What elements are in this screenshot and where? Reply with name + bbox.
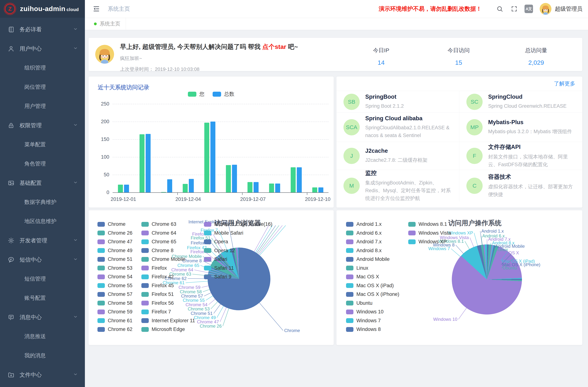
- collapse-sidebar-icon[interactable]: [93, 5, 100, 13]
- sidebar-item-岗位管理[interactable]: 岗位管理: [0, 78, 85, 97]
- sidebar-item-用户管理[interactable]: 用户管理: [0, 97, 85, 116]
- pie-callout-Ubuntu: Ubuntu: [503, 265, 517, 271]
- sidebar-item-文件中心[interactable]: 文件中心: [0, 365, 85, 385]
- legend-swatch: [346, 327, 354, 332]
- gear-icon: [8, 237, 20, 244]
- legend-item-Firefox 45[interactable]: Firefox 45: [141, 281, 195, 290]
- legend-item-Chrome 57[interactable]: Chrome 57: [97, 290, 132, 299]
- sidebar-item-账号配置[interactable]: 账号配置: [0, 288, 85, 308]
- pie-callout-Mac OS X: Mac OS X: [499, 250, 519, 255]
- sidebar-item-菜单配置[interactable]: 菜单配置: [0, 135, 85, 154]
- legend-item-Chrome 63[interactable]: Chrome 63: [141, 220, 195, 229]
- legend-item-Chrome 51[interactable]: Chrome 51: [97, 255, 132, 264]
- legend-item-您[interactable]: 您: [188, 91, 205, 98]
- legend-item-Android 6.x[interactable]: Android 6.x: [346, 229, 399, 238]
- legend-item-Opera[interactable]: Opera: [204, 237, 273, 246]
- legend-item-Linux[interactable]: Linux: [346, 264, 399, 273]
- tab-active-dot: [94, 22, 97, 25]
- sidebar-item-权限管理[interactable]: 权限管理: [0, 116, 85, 135]
- legend-item-Windows 10[interactable]: Windows 10: [346, 307, 399, 316]
- legend-item-Chrome 61[interactable]: Chrome 61: [97, 316, 132, 325]
- username[interactable]: 超级管理员: [555, 5, 583, 13]
- chevron-down-icon: [73, 257, 78, 262]
- sidebar-item-消息中心[interactable]: 消息中心: [0, 308, 85, 327]
- sidebar-item-组织管理[interactable]: 组织管理: [0, 58, 85, 78]
- gridline: [113, 139, 329, 140]
- tab-home[interactable]: 系统主页: [89, 18, 126, 30]
- sidebar-item-角色管理[interactable]: 角色管理: [0, 154, 85, 173]
- legend-item-Android 8.x[interactable]: Android 8.x: [346, 246, 399, 255]
- pie-callout-Windows XP: Windows XP: [448, 230, 473, 236]
- learn-more-link[interactable]: 了解更多: [554, 80, 575, 87]
- legend-label: Chrome 64: [152, 230, 176, 236]
- sidebar-item-基础配置[interactable]: 基础配置: [0, 173, 85, 193]
- legend-item-Chrome 62[interactable]: Chrome 62: [97, 325, 132, 334]
- sidebar-item-用户中心[interactable]: 用户中心: [0, 39, 85, 58]
- sidebar-item-label: 短信中心: [20, 256, 42, 264]
- legend-item-Ubuntu[interactable]: Ubuntu: [346, 299, 399, 308]
- legend-item-Windows 8.1[interactable]: Windows 8.1: [408, 220, 451, 229]
- legend-item-Firefox 56[interactable]: Firefox 56: [141, 299, 195, 308]
- legend-item-Opera 12[interactable]: Opera 12: [204, 246, 273, 255]
- legend-item-Firefox 51[interactable]: Firefox 51: [141, 290, 195, 299]
- legend-item-Chrome 54[interactable]: Chrome 54: [97, 272, 132, 281]
- legend-item-Windows 7[interactable]: Windows 7: [346, 316, 399, 325]
- legend-item-Firefox[interactable]: Firefox: [141, 264, 195, 273]
- sidebar-item-消息推送[interactable]: 消息推送: [0, 327, 85, 346]
- sidebar-item-地区信息维护[interactable]: 地区信息维护: [0, 212, 85, 231]
- language-switch-icon[interactable]: A文: [525, 5, 533, 13]
- legend-item-Mobile Safari[interactable]: Mobile Safari: [204, 229, 273, 238]
- legend-item-Android Mobile[interactable]: Android Mobile: [346, 255, 399, 264]
- user-avatar[interactable]: [540, 3, 551, 15]
- legend-item-Chrome 8[interactable]: Chrome 8: [141, 246, 195, 255]
- stat-label: 今日访问: [420, 47, 497, 54]
- legend-item-Safari 9[interactable]: Safari 9: [204, 272, 273, 281]
- legend-item-Windows Vista[interactable]: Windows Vista: [408, 229, 451, 238]
- tech-item-Spring Cloud alibaba: SCASpring Cloud alibabaSpringCloudAlibab…: [336, 113, 459, 142]
- chevron-down-icon: [73, 372, 78, 378]
- legend-item-Chrome Mobile[interactable]: Chrome Mobile: [141, 255, 195, 264]
- legend-item-Chrome 59[interactable]: Chrome 59: [97, 307, 132, 316]
- tech-title: SpringBoot: [365, 94, 404, 100]
- fullscreen-icon[interactable]: [510, 5, 518, 13]
- legend-label: Chrome 59: [108, 309, 132, 315]
- legend-item-Chrome 58[interactable]: Chrome 58: [97, 299, 132, 308]
- legend-item-Safari 11[interactable]: Safari 11: [204, 264, 273, 273]
- legend-item-Safari[interactable]: Safari: [204, 255, 273, 264]
- legend-item-Windows XP[interactable]: Windows XP: [408, 237, 451, 246]
- legend-item-Chrome 53[interactable]: Chrome 53: [97, 264, 132, 273]
- legend-item-Microsoft Edge[interactable]: Microsoft Edge: [141, 325, 195, 334]
- sidebar-item-开发者管理[interactable]: 开发者管理: [0, 231, 85, 250]
- star-link[interactable]: 点个star: [262, 43, 286, 50]
- bar-您-2019-12-07: [248, 182, 252, 193]
- legend-swatch: [346, 301, 354, 306]
- legend-item-Mac OS X (iPad)[interactable]: Mac OS X (iPad): [346, 281, 399, 290]
- sidebar-item-务必详看[interactable]: 务必详看: [0, 20, 85, 39]
- sidebar-item-数据字典维护[interactable]: 数据字典维护: [0, 193, 85, 212]
- sidebar-item-短信中心[interactable]: 短信中心: [0, 250, 85, 269]
- legend-item-Chrome 64[interactable]: Chrome 64: [141, 229, 195, 238]
- legend-item-Android 1.x[interactable]: Android 1.x: [346, 220, 399, 229]
- legend-item-Android 7.x[interactable]: Android 7.x: [346, 237, 399, 246]
- legend-item-Firefox 7[interactable]: Firefox 7: [141, 307, 195, 316]
- legend-swatch: [346, 222, 354, 227]
- legend-item-Chrome 47[interactable]: Chrome 47: [97, 237, 132, 246]
- legend-swatch: [346, 274, 354, 279]
- legend-item-Chrome 55[interactable]: Chrome 55: [97, 281, 132, 290]
- sidebar-item-我的消息[interactable]: 我的消息: [0, 346, 85, 365]
- legend-item-总数[interactable]: 总数: [213, 91, 234, 98]
- legend-item-Internet Explorer 11[interactable]: Internet Explorer 11: [141, 316, 195, 325]
- legend-item-Chrome 49[interactable]: Chrome 49: [97, 246, 132, 255]
- app-logo[interactable]: Z zuihou-admincloud: [0, 0, 85, 18]
- bar-您-2019-12-04: [183, 184, 188, 193]
- legend-item-Mac OS X (iPhone)[interactable]: Mac OS X (iPhone): [346, 290, 399, 299]
- legend-item-Chrome 65[interactable]: Chrome 65: [141, 237, 195, 246]
- legend-item-Windows 8[interactable]: Windows 8: [346, 325, 399, 334]
- legend-item-Mac OS X[interactable]: Mac OS X: [346, 272, 399, 281]
- legend-item-Chrome[interactable]: Chrome: [97, 220, 132, 229]
- search-icon[interactable]: [496, 5, 504, 13]
- legend-item-Firefox 42[interactable]: Firefox 42: [141, 272, 195, 281]
- breadcrumb[interactable]: 系统主页: [108, 5, 130, 13]
- legend-item-Chrome 26[interactable]: Chrome 26: [97, 229, 132, 238]
- sidebar-item-短信管理[interactable]: 短信管理: [0, 269, 85, 288]
